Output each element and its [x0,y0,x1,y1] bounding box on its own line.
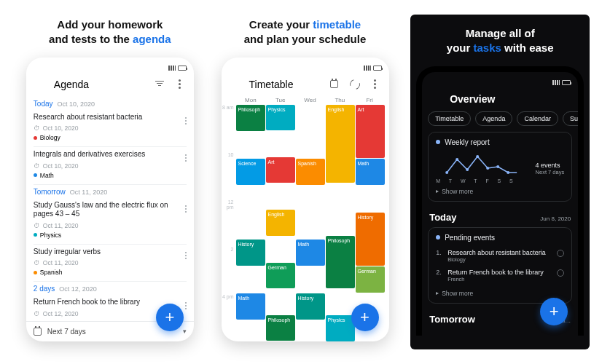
app-bar: Timetable [222,75,389,97]
timetable-block[interactable]: German [356,266,385,293]
timetable-block[interactable]: English [326,105,355,183]
svg-point-0 [445,171,448,174]
show-more-button[interactable]: Show more [436,290,564,297]
fab-add[interactable]: + [351,304,379,331]
hamburger-icon[interactable] [429,92,442,106]
task-overflow-icon[interactable] [185,205,187,213]
timetable-block[interactable]: Art [266,157,295,183]
hamburger-icon[interactable] [34,78,47,91]
chip-agenda[interactable]: Agenda [475,111,512,126]
pending-events-card[interactable]: Pending events 1.Research about resistan… [428,227,572,304]
task-subject: Spanish [40,269,63,276]
complete-checkbox[interactable] [557,250,564,257]
timetable-block [236,132,265,158]
dot-icon [436,235,440,240]
timetable-block[interactable]: Art [356,105,385,158]
screen-title: Agenda [54,79,146,90]
fab-add[interactable]: + [540,298,568,325]
timetable-block [326,289,355,314]
timetable-day-column: SpanishMathHistory [296,105,325,341]
day-header: Tue [265,97,295,103]
timetable-block [296,105,325,158]
app-bar: Overview [422,90,578,111]
timetable-block [326,183,355,235]
caption-overview: Manage all of your tasks with ease [447,26,554,56]
timetable-block[interactable]: Philosoph [236,105,265,131]
task-due: ⏱Oct 11, 2020 [34,222,187,229]
panel-overview: Manage all of your tasks with ease Overv… [410,15,590,349]
app-bar: Agenda [26,75,194,97]
agenda-task[interactable]: Integrals and derivatives exercises⏱Oct … [34,147,187,185]
screen-title: Timetable [249,79,321,90]
timetable-hours: 8 am1012 pm24 pm [222,105,236,341]
timetable-block[interactable]: Math [356,159,385,185]
pending-event[interactable]: 2.Return French book to the libraryFrenc… [436,266,564,285]
timetable-block[interactable]: Math [296,240,325,266]
task-subject: Math [40,172,54,179]
agenda-task[interactable]: Research about resistant bacteria⏱Oct 10… [34,110,187,148]
agenda-task[interactable]: Study irregular verbs⏱Oct 11, 2020Spanis… [34,245,187,282]
range-label: Next 7 days [47,328,86,336]
timetable-block[interactable]: Physics [326,315,355,341]
timetable-block[interactable]: English [266,210,295,235]
task-overflow-icon[interactable] [185,252,187,259]
timetable-block[interactable]: Math [236,293,265,320]
card-title: Pending events [445,234,495,242]
date-label: 2 days [34,285,55,293]
timetable-block [266,289,295,314]
timetable-block [266,131,295,157]
device-timetable: Timetable MonTueWedThuFri 8 am1012 pm24 … [222,58,389,341]
task-due: ⏱Oct 10, 2020 [34,162,187,170]
battery-icon [373,66,382,71]
pending-event[interactable]: 1.Research about resistant bacteriaBiolo… [436,246,564,266]
task-title: Study irregular verbs [34,248,187,257]
today-icon[interactable] [328,78,341,91]
date-value: Oct 10, 2020 [58,100,95,108]
signal-icon [552,80,560,85]
overflow-icon[interactable] [369,78,382,91]
timetable-block[interactable]: Philosoph [326,236,355,288]
timetable-block[interactable]: Philosoph [266,315,295,341]
svg-point-6 [507,171,509,174]
date-value: Oct 11, 2020 [70,189,108,196]
panel-timetable: Create your timetable and plan your sche… [216,15,395,349]
caption-timetable: Create your timetable and plan your sche… [244,17,367,47]
fab-add[interactable]: + [156,304,184,331]
task-overflow-icon[interactable] [185,302,187,309]
task-title: Research about resistant bacteria [34,113,187,122]
complete-checkbox[interactable] [557,269,564,277]
svg-point-3 [476,155,479,158]
timetable-block[interactable]: German [266,263,295,288]
show-more-button[interactable]: Show more [436,188,564,195]
task-title: Integrals and derivatives exercises [34,150,187,159]
hamburger-icon[interactable] [229,78,242,91]
day-header: Thu [325,97,355,103]
sparkline-chart [436,151,528,175]
day-labels: MTWTFSS [436,178,513,183]
timetable-block[interactable]: History [356,213,385,266]
filter-icon[interactable] [153,78,166,91]
screen-title: Overview [450,93,571,105]
status-bar [422,79,578,90]
timetable-block[interactable]: Science [236,159,265,185]
calendar-icon [34,328,42,336]
chip-calendar[interactable]: Calendar [517,111,558,126]
timetable-block[interactable]: History [236,240,265,266]
timetable-block[interactable]: Spanish [296,159,325,185]
timetable-block[interactable]: Physics [266,105,295,130]
chip-timetable[interactable]: Timetable [428,111,471,126]
task-title: Study Gauss's law and the electric flux … [34,201,187,219]
task-overflow-icon[interactable] [185,117,187,124]
timetable-block [356,186,385,212]
overflow-icon[interactable] [173,78,187,91]
weekly-report-card[interactable]: Weekly report 4 events Next 7 days MTWTF… [428,132,572,202]
task-overflow-icon[interactable] [185,154,187,162]
timetable-block [266,237,295,262]
day-header: Mon [236,97,266,103]
agenda-task[interactable]: Study Gauss's law and the electric flux … [34,198,187,245]
timetable-block[interactable]: History [296,293,325,320]
agenda-list[interactable]: TodayOct 10, 2020Research about resistan… [26,97,194,321]
sync-icon[interactable] [348,78,361,91]
chip-sub[interactable]: Sub [563,111,578,126]
timetable-block [266,183,295,209]
